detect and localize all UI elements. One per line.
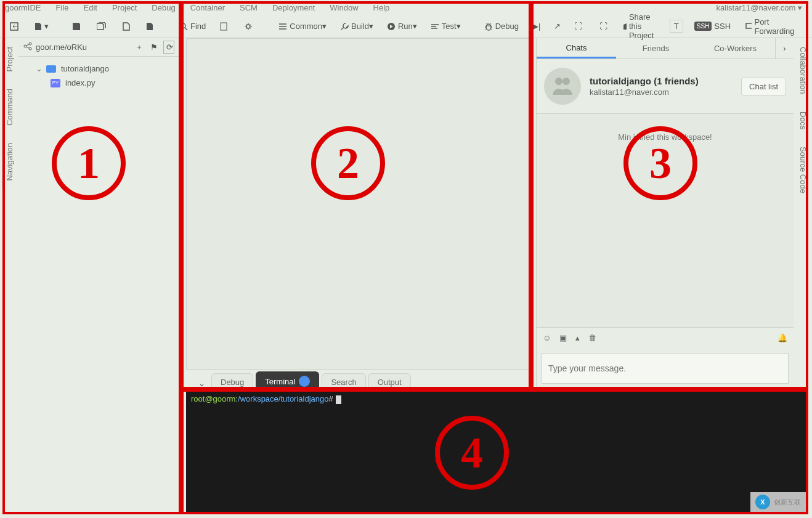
tab-coworkers[interactable]: Co-Workers <box>696 38 775 59</box>
tab-friends[interactable]: Friends <box>616 38 696 59</box>
menu-help[interactable]: Help <box>373 3 390 12</box>
svg-line-2 <box>185 28 187 30</box>
menu-file[interactable]: File <box>56 3 69 12</box>
svg-point-8 <box>29 42 31 45</box>
svg-point-6 <box>486 24 491 30</box>
watermark-logo-icon: X <box>755 495 770 509</box>
menu-deployment[interactable]: Deployment <box>272 3 315 12</box>
chevron-down-icon[interactable]: ⌄ <box>192 376 211 391</box>
tab-navigation[interactable]: Navigation <box>2 134 17 189</box>
svg-point-10 <box>29 47 31 50</box>
save-icon[interactable] <box>68 20 87 33</box>
tab-terminal[interactable]: Terminal <box>256 371 319 391</box>
right-sidebar: Collaboration Docs Source Code <box>794 38 812 202</box>
chat-body: Min joined this workspace! <box>537 114 794 327</box>
image-icon[interactable]: ▣ <box>559 333 567 342</box>
emoji-icon[interactable]: ☺ <box>543 333 551 342</box>
chevron-up-icon[interactable]: ⌃ <box>808 19 812 33</box>
svg-point-1 <box>181 23 185 28</box>
chat-header: tutorialdjango (1 friends) kalistar11@na… <box>537 59 794 114</box>
file2-icon[interactable] <box>142 20 160 33</box>
chat-toolbar: ☺ ▣ ▴ 🗑 🔔 <box>537 327 794 348</box>
tab-collaboration[interactable]: Collaboration <box>796 38 810 103</box>
chevron-right-icon[interactable]: › <box>775 38 794 59</box>
refresh-icon[interactable]: ⟳ <box>163 41 174 54</box>
menu-scm[interactable]: SCM <box>240 3 258 12</box>
tab-debug[interactable]: Debug <box>211 373 253 391</box>
terminal[interactable]: root@goorm:/workspace/tutorialdjango# <box>186 391 808 514</box>
chat-list-button[interactable]: Chat list <box>741 78 786 95</box>
menu-container[interactable]: Container <box>190 3 225 12</box>
file-label: index.py <box>65 78 95 87</box>
run-dropdown[interactable]: Run ▾ <box>383 19 421 33</box>
exit-icon[interactable] <box>6 20 25 33</box>
trash-icon[interactable]: 🗑 <box>588 333 596 342</box>
terminal-user: root@goorm <box>191 394 235 403</box>
project-panel: goor.me/oRKu + ⚑ ⟳ ⌄ tutorialdjango PY i… <box>18 38 180 514</box>
common-dropdown[interactable]: Common ▾ <box>275 19 330 33</box>
left-sidebar: Project Command Navigation <box>0 38 18 514</box>
tab-search[interactable]: Search <box>322 373 365 391</box>
tab-project[interactable]: Project <box>2 38 17 80</box>
terminal-cursor <box>336 395 341 404</box>
tab-command[interactable]: Command <box>2 80 17 134</box>
editor-area[interactable] <box>186 38 531 370</box>
menu-window[interactable]: Window <box>330 3 358 12</box>
folder-icon <box>46 65 56 73</box>
port-forwarding-button[interactable]: Port Forwarding <box>742 15 800 38</box>
svg-point-9 <box>24 45 26 47</box>
project-url: goor.me/oRKu <box>36 42 130 52</box>
share-icon[interactable] <box>23 42 32 52</box>
collab-tabs: Chats Friends Co-Workers › <box>537 38 794 59</box>
menu-edit[interactable]: Edit <box>83 3 97 12</box>
fullscreen-icon[interactable]: ⛶ <box>570 19 586 33</box>
system-message: Min joined this workspace! <box>537 132 794 142</box>
svg-rect-3 <box>221 23 227 30</box>
chat-input-wrapper <box>542 353 789 384</box>
add-icon[interactable]: + <box>134 42 145 52</box>
project-header: goor.me/oRKu + ⚑ ⟳ <box>18 38 179 57</box>
menu-debug[interactable]: Debug <box>152 3 175 12</box>
collaboration-panel: Chats Friends Co-Workers › tutorialdjang… <box>536 38 794 389</box>
debug-button[interactable]: Debug <box>481 19 522 33</box>
tab-source-code[interactable]: Source Code <box>796 138 810 202</box>
terminal-badge-icon <box>299 376 310 387</box>
file-icon[interactable] <box>119 20 136 33</box>
tab-chats[interactable]: Chats <box>537 38 616 59</box>
caret-up-icon[interactable]: ▴ <box>575 333 580 342</box>
new-file-icon[interactable]: ▾ <box>31 19 52 33</box>
folder-label: tutorialdjango <box>61 64 109 73</box>
svg-rect-7 <box>746 23 752 28</box>
doc-icon[interactable] <box>216 20 234 33</box>
expand-icon[interactable]: ⛶ <box>596 19 611 33</box>
chat-user-name: tutorialdjango (1 friends) <box>590 76 741 86</box>
svg-point-11 <box>555 78 562 85</box>
terminal-path: /workspace/tutorialdjango <box>238 394 328 403</box>
bell-icon[interactable]: 🔔 <box>777 333 787 342</box>
tab-output[interactable]: Output <box>368 373 411 391</box>
watermark-text: 创新互联 <box>774 498 801 507</box>
menu-brand[interactable]: goormIDE <box>5 3 41 12</box>
flag-icon[interactable]: ⚑ <box>148 42 160 52</box>
chevron-down-icon: ⌄ <box>36 64 43 73</box>
build-dropdown[interactable]: Build ▾ <box>336 19 377 33</box>
svg-point-12 <box>562 78 570 85</box>
find-button[interactable]: Find <box>176 19 209 33</box>
file-tree: ⌄ tutorialdjango PY index.py <box>18 57 179 95</box>
save-all-icon[interactable] <box>93 20 113 33</box>
chat-input[interactable] <box>542 354 788 383</box>
tree-folder[interactable]: ⌄ tutorialdjango <box>21 62 177 76</box>
step-over-icon[interactable]: ▶| <box>529 19 544 33</box>
chat-user-email: kalistar11@naver.com <box>590 87 741 97</box>
python-file-icon: PY <box>51 79 60 87</box>
menu-project[interactable]: Project <box>112 3 137 12</box>
text-icon[interactable]: T <box>670 20 683 33</box>
tab-docs[interactable]: Docs <box>796 103 810 139</box>
watermark: X 创新互联 <box>750 492 806 512</box>
gear-icon[interactable] <box>240 20 259 33</box>
toolbar: ▾ Find Common ▾ Build ▾ Run ▾ Test ▾ Deb… <box>0 15 812 38</box>
test-dropdown[interactable]: Test ▾ <box>427 19 465 33</box>
ssh-button[interactable]: SSHSSH <box>691 19 734 33</box>
tree-file[interactable]: PY index.py <box>21 76 177 90</box>
redo-icon[interactable]: ↗ <box>550 19 564 33</box>
